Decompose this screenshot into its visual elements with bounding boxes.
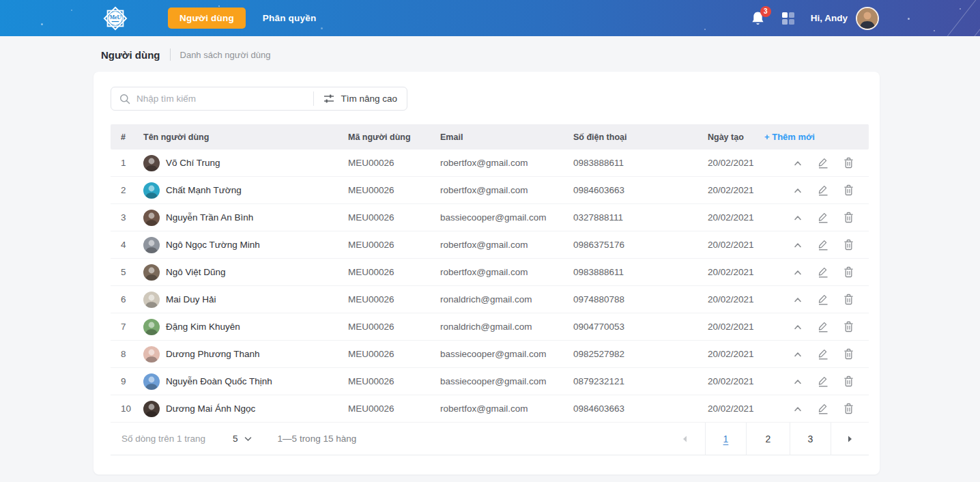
prev-arrow-icon (681, 435, 688, 443)
breadcrumb-subtitle: Danh sách người dùng (180, 50, 271, 60)
app-logo[interactable]: MeU (101, 4, 130, 33)
row-avatar (143, 373, 160, 390)
row-index: 7 (111, 322, 143, 332)
edit-row-button[interactable] (818, 212, 828, 223)
advanced-search-button[interactable]: Tìm nâng cao (314, 87, 407, 110)
decorative-dot (41, 23, 43, 25)
table-row: 9 Nguyễn Đoàn Quốc Thịnh MEU00026 bassie… (111, 368, 869, 395)
decorative-dot (71, 10, 72, 11)
user-email: bassiecooper@gmail.com (440, 212, 573, 223)
collapse-row-button[interactable] (792, 157, 803, 169)
edit-row-button[interactable] (818, 157, 828, 169)
rows-per-page-select[interactable]: 5 (233, 434, 252, 444)
user-email: robertfox@gmail.com (440, 158, 573, 168)
trash-icon (844, 403, 854, 414)
edit-row-button[interactable] (818, 321, 828, 332)
trash-icon (844, 184, 854, 196)
trash-icon (844, 157, 854, 169)
table-row: 4 Ngô Ngọc Tường Minh MEU00026 robertfox… (111, 231, 869, 259)
main-nav: Người dùng Phân quyền (168, 8, 328, 29)
edit-row-button[interactable] (818, 348, 828, 360)
advanced-search-label: Tìm nâng cao (341, 94, 397, 104)
search-input[interactable] (136, 94, 313, 104)
table-row: 2 Chất Mạnh Tường MEU00026 robertfox@gma… (111, 177, 869, 204)
user-list-card: Tìm nâng cao # Tên người dùng Mã người d… (93, 72, 880, 474)
column-header-phone: Số điện thoại (573, 132, 708, 142)
user-name: Ngô Việt Dũng (166, 267, 226, 277)
collapse-row-button[interactable] (792, 403, 803, 414)
user-phone: 0983888611 (573, 267, 708, 277)
user-name: Nguyễn Trần An Bình (166, 212, 253, 223)
collapse-row-button[interactable] (792, 212, 803, 223)
pagination-bar: Số dòng trên 1 trang 5 1—5 trong 15 hàng… (111, 423, 869, 455)
row-index: 5 (111, 267, 143, 277)
column-header-email: Email (440, 132, 573, 142)
notifications-button[interactable]: 3 (751, 10, 766, 27)
user-created-date: 20/02/2021 (708, 240, 790, 250)
user-code: MEU00026 (348, 185, 440, 195)
column-header-name: Tên người dùng (143, 132, 348, 142)
apps-grid-button[interactable] (782, 12, 794, 25)
trash-icon (844, 239, 854, 251)
edit-row-button[interactable] (818, 294, 828, 305)
delete-row-button[interactable] (843, 266, 854, 278)
trash-icon (844, 348, 854, 360)
row-avatar (143, 210, 160, 226)
previous-page-button[interactable] (664, 423, 705, 455)
row-name-cell: Nguyễn Đoàn Quốc Thịnh (143, 373, 348, 390)
row-name-cell: Chất Mạnh Tường (143, 182, 348, 199)
delete-row-button[interactable] (843, 375, 854, 387)
edit-pencil-icon (818, 239, 828, 251)
delete-row-button[interactable] (843, 403, 854, 414)
page-button-3[interactable]: 3 (790, 423, 831, 455)
user-name: Đặng Kim Khuyên (166, 322, 240, 332)
add-new-button[interactable]: + Thêm mới (764, 124, 815, 150)
row-actions (790, 375, 869, 387)
page-button-1[interactable]: 1 (705, 423, 746, 455)
edit-row-button[interactable] (818, 239, 828, 251)
delete-row-button[interactable] (843, 294, 854, 305)
edit-row-button[interactable] (818, 266, 828, 278)
collapse-row-button[interactable] (792, 348, 803, 360)
edit-row-button[interactable] (818, 375, 828, 387)
user-menu[interactable]: Hi, Andy (811, 7, 879, 30)
user-code: MEU00026 (348, 349, 440, 359)
table-row: 5 Ngô Việt Dũng MEU00026 robertfox@gmail… (111, 259, 869, 286)
collapse-row-button[interactable] (792, 184, 803, 196)
chevron-up-icon (793, 295, 803, 304)
collapse-row-button[interactable] (792, 294, 803, 305)
notification-count-badge: 3 (760, 6, 771, 17)
delete-row-button[interactable] (843, 212, 854, 223)
collapse-row-button[interactable] (792, 321, 803, 332)
row-index: 10 (111, 403, 143, 414)
collapse-row-button[interactable] (792, 239, 803, 251)
nav-tab-phan-quyen[interactable]: Phân quyền (251, 8, 328, 29)
collapse-row-button[interactable] (792, 375, 803, 387)
row-avatar (143, 401, 160, 417)
edit-row-button[interactable] (818, 184, 828, 196)
edit-row-button[interactable] (818, 403, 828, 414)
next-arrow-icon (847, 435, 854, 443)
collapse-row-button[interactable] (792, 266, 803, 278)
delete-row-button[interactable] (843, 184, 854, 196)
row-actions (790, 184, 869, 196)
nav-tab-nguoi-dung[interactable]: Người dùng (168, 8, 246, 29)
chevron-up-icon (793, 268, 803, 277)
edit-pencil-icon (818, 184, 828, 196)
delete-row-button[interactable] (843, 239, 854, 251)
table-header-row: # Tên người dùng Mã người dùng Email Số … (111, 124, 869, 150)
user-created-date: 20/02/2021 (708, 376, 790, 386)
trash-icon (844, 321, 854, 332)
breadcrumb-divider (170, 48, 171, 61)
delete-row-button[interactable] (843, 157, 854, 169)
user-created-date: 20/02/2021 (708, 322, 790, 332)
user-name: Ngô Ngọc Tường Minh (166, 240, 260, 250)
chevron-up-icon (793, 404, 803, 414)
decorative-dot (960, 8, 961, 10)
delete-row-button[interactable] (843, 348, 854, 360)
page-button-2[interactable]: 2 (746, 423, 790, 455)
next-page-button[interactable] (831, 423, 869, 455)
search-icon (119, 94, 130, 104)
delete-row-button[interactable] (843, 321, 854, 332)
user-table: # Tên người dùng Mã người dùng Email Số … (111, 124, 869, 455)
